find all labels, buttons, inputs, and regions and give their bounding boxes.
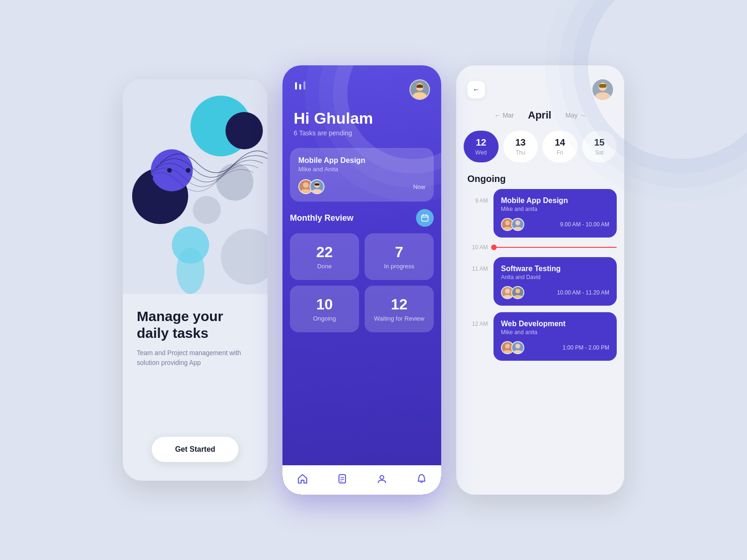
ev-avatar-david [511, 286, 524, 299]
bottom-nav [282, 465, 441, 495]
stat-done-label: Done [297, 263, 352, 270]
stat-waiting-number: 12 [372, 296, 426, 313]
event-webdev-avatars [501, 341, 521, 354]
event-testing-avatars [501, 286, 521, 299]
prev-month-btn[interactable]: ← Mar [494, 112, 514, 119]
stat-done-number: 22 [297, 244, 352, 261]
event-webdev-members: Mike and anita [501, 329, 609, 336]
user-avatar[interactable] [409, 79, 430, 100]
date-pill-13[interactable]: 13 Thu [503, 131, 538, 162]
svg-rect-13 [295, 82, 297, 90]
date-pill-12[interactable]: 12 Wed [464, 131, 499, 162]
time-label-11am: 11 AM [464, 257, 488, 312]
event-software-testing[interactable]: Software Testing Anita and David 10.00 A… [493, 257, 617, 306]
svg-point-48 [515, 343, 520, 348]
stat-ongoing: 10 Ongoing [290, 286, 359, 332]
event-mobile-app-footer: 9.00 AM - 10.00 AM [501, 218, 609, 231]
onboard-text-section: Manage your daily tasks Team and Project… [123, 294, 268, 418]
event-testing-time: 10.00 AM - 11.20 AM [557, 289, 609, 296]
stat-inprogress: 7 In progress [365, 233, 434, 280]
event-mobile-time: 9.00 AM - 10.00 AM [560, 221, 609, 228]
svg-rect-24 [315, 183, 320, 185]
event-testing-footer: 10.00 AM - 11.20 AM [501, 286, 609, 299]
svg-point-33 [380, 476, 384, 479]
calendar-card: ← ← Mar April May → 12 Wed 13 Thu [456, 65, 624, 495]
dashboard-card: Hi Ghulam 6 Tasks are pending Mobile App… [282, 65, 441, 495]
date-day-13: Thu [515, 149, 525, 156]
task-footer: Now [298, 179, 425, 194]
timeline-row-2: 11 AM Software Testing Anita and David 1… [464, 257, 617, 312]
timeline-current-time: 10 AM [464, 244, 617, 251]
event-testing-members: Anita and David [501, 274, 609, 280]
current-time-line [493, 247, 617, 248]
cal-user-avatar[interactable] [592, 79, 613, 100]
monthly-header: Monthly Review [290, 209, 434, 227]
svg-rect-15 [303, 81, 305, 90]
stat-ongoing-number: 10 [297, 296, 352, 313]
cal-month-nav: ← Mar April May → [456, 105, 624, 123]
svg-rect-36 [599, 84, 606, 88]
dash-tasks-count: 6 Tasks are pending [294, 129, 430, 137]
ev-avatar-anita [511, 218, 524, 231]
svg-point-12 [176, 247, 204, 294]
time-label-9am: 9 AM [464, 189, 488, 244]
svg-rect-34 [592, 79, 613, 100]
onboarding-card: Manage your daily tasks Team and Project… [123, 79, 268, 481]
task-card-mobile-app[interactable]: Mobile App Design Mike and Anita Now [290, 148, 434, 202]
task-avatar-group [298, 179, 324, 194]
onboard-title: Manage your daily tasks [137, 308, 254, 342]
event-mobile-avatars [501, 218, 521, 231]
nav-bell-icon[interactable] [416, 474, 427, 486]
event-webdev-title: Web Development [501, 320, 609, 328]
event-webdev-footer: 1:00 PM - 2.00 PM [501, 341, 609, 354]
date-day-15: Sat [595, 149, 604, 156]
svg-point-8 [186, 168, 190, 173]
ongoing-label: Ongoing [456, 172, 624, 189]
svg-rect-14 [299, 84, 301, 90]
nav-file-icon[interactable] [337, 474, 347, 486]
svg-point-35 [599, 83, 607, 91]
dash-greeting-section: Hi Ghulam 6 Tasks are pending [282, 109, 441, 148]
stats-grid: 22 Done 7 In progress 10 Ongoing 12 Wait… [290, 233, 434, 332]
cal-header: ← [456, 65, 624, 105]
calendar-icon-btn[interactable] [416, 209, 434, 227]
event-mobile-app-members: Mike and anita [501, 206, 609, 212]
monthly-title: Monthly Review [290, 213, 353, 223]
onboard-subtitle: Team and Project management with solutio… [137, 348, 254, 368]
svg-point-46 [505, 343, 510, 348]
nav-home-icon[interactable] [297, 474, 308, 486]
svg-point-38 [505, 220, 510, 225]
svg-rect-6 [226, 112, 263, 149]
cal-timeline: 9 AM Mobile App Design Mike and anita 9.… [456, 189, 624, 481]
date-day-14: Fri [557, 149, 563, 156]
nav-user-icon[interactable] [377, 474, 387, 486]
svg-point-44 [515, 288, 520, 293]
get-started-button[interactable]: Get Started [152, 437, 239, 462]
date-pill-15[interactable]: 15 Sat [582, 131, 617, 162]
app-logo-icon [294, 79, 307, 95]
stat-waiting: 12 Waiting for Review [365, 286, 434, 332]
monthly-review-section: Monthly Review 22 Done 7 In progress 10 [290, 209, 434, 332]
dash-greeting-text: Hi Ghulam [294, 109, 430, 127]
timeline-row-1: 9 AM Mobile App Design Mike and anita 9.… [464, 189, 617, 244]
time-label-12am: 12 AM [464, 312, 488, 367]
event-web-dev[interactable]: Web Development Mike and anita 1:00 PM -… [493, 312, 617, 361]
svg-point-21 [303, 182, 309, 188]
svg-point-5 [193, 196, 221, 224]
stat-inprogress-label: In progress [372, 263, 426, 270]
date-pill-14[interactable]: 14 Fri [543, 131, 578, 162]
stat-done: 22 Done [290, 233, 359, 280]
task-members: Mike and Anita [298, 166, 425, 173]
svg-rect-19 [416, 85, 423, 88]
back-button[interactable]: ← [467, 81, 485, 98]
date-num-14: 14 [555, 137, 565, 148]
cal-month-title: April [528, 109, 551, 121]
event-mobile-app[interactable]: Mobile App Design Mike and anita 9.00 AM… [493, 189, 617, 238]
svg-point-40 [515, 220, 520, 225]
event-mobile-app-title: Mobile App Design [501, 196, 609, 205]
svg-point-9 [167, 168, 172, 173]
event-webdev-time: 1:00 PM - 2.00 PM [563, 344, 609, 351]
cal-dates-row: 12 Wed 13 Thu 14 Fri 15 Sat [456, 123, 624, 172]
next-month-btn[interactable]: May → [565, 112, 586, 119]
svg-rect-25 [422, 215, 428, 221]
